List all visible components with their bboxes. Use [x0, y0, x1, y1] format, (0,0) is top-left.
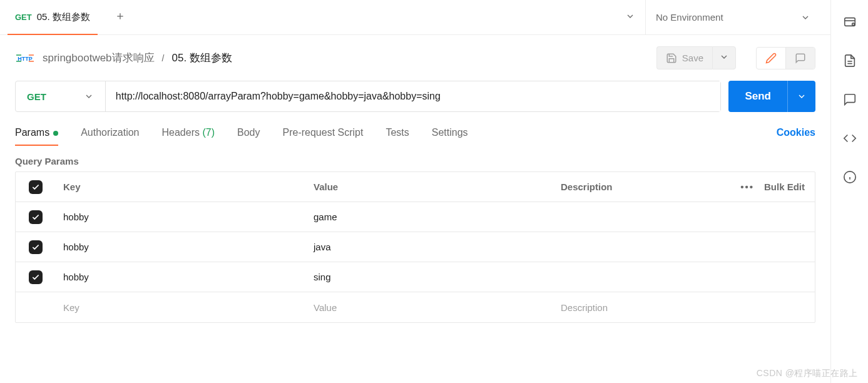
- send-button[interactable]: Send: [728, 81, 815, 112]
- svg-text:HTTP: HTTP: [18, 56, 33, 62]
- edit-button[interactable]: [757, 48, 785, 69]
- tab-settings[interactable]: Settings: [432, 127, 468, 146]
- svg-point-5: [852, 23, 854, 26]
- table-row: hobby sing: [16, 262, 815, 292]
- breadcrumb: HTTP springbootweb请求响应 / 05. 数组参数 Save: [0, 35, 830, 81]
- comment-icon: [795, 53, 806, 64]
- cookies-link[interactable]: Cookies: [777, 127, 815, 146]
- tab-method: GET: [15, 13, 32, 22]
- more-icon[interactable]: •••: [740, 181, 754, 192]
- select-all-checkbox[interactable]: [29, 180, 43, 194]
- query-params-title: Query Params: [0, 146, 830, 171]
- tab-prerequest[interactable]: Pre-request Script: [282, 127, 363, 146]
- send-dropdown[interactable]: [787, 81, 815, 112]
- tabs-chevron-down-icon[interactable]: [625, 11, 635, 23]
- col-value: Value: [306, 181, 553, 192]
- bulk-edit-link[interactable]: Bulk Edit: [764, 181, 805, 192]
- environment-label: No Environment: [656, 12, 723, 23]
- param-key[interactable]: hobby: [56, 272, 306, 282]
- save-label: Save: [682, 53, 703, 63]
- environment-quicklook-icon[interactable]: [843, 15, 857, 29]
- save-icon: [666, 53, 677, 64]
- watermark: CSDN @程序喵正在路上: [757, 368, 858, 379]
- add-tab-button[interactable]: [105, 11, 135, 23]
- table-row: hobby java: [16, 232, 815, 262]
- col-key: Key: [56, 181, 306, 192]
- svg-rect-3: [844, 18, 855, 26]
- row-checkbox[interactable]: [29, 240, 43, 254]
- table-header-row: Key Value Description ••• Bulk Edit: [16, 172, 815, 202]
- tab-tests[interactable]: Tests: [385, 127, 409, 146]
- comment-button[interactable]: [785, 48, 815, 69]
- right-sidebar: [830, 0, 868, 383]
- request-tab[interactable]: GET 05. 数组参数: [0, 0, 105, 34]
- param-key[interactable]: hobby: [56, 212, 306, 222]
- new-desc-input[interactable]: Description: [553, 302, 727, 313]
- params-table: Key Value Description ••• Bulk Edit hobb…: [15, 171, 815, 323]
- param-value[interactable]: game: [306, 212, 553, 222]
- tab-body[interactable]: Body: [237, 127, 260, 146]
- col-description: Description: [553, 181, 727, 192]
- environment-select[interactable]: No Environment: [645, 0, 820, 34]
- save-dropdown[interactable]: [712, 46, 736, 69]
- row-checkbox[interactable]: [29, 270, 43, 284]
- url-input[interactable]: [106, 81, 721, 111]
- save-button[interactable]: Save: [656, 46, 712, 69]
- headers-count: (7): [202, 127, 215, 138]
- http-icon: HTTP: [15, 51, 35, 65]
- method-select[interactable]: GET: [16, 81, 106, 111]
- comments-icon[interactable]: [843, 93, 857, 106]
- params-indicator-dot: [53, 131, 58, 136]
- tab-authorization[interactable]: Authorization: [81, 127, 139, 146]
- tab-headers[interactable]: Headers (7): [162, 127, 215, 146]
- tab-title: 05. 数组参数: [37, 11, 90, 23]
- new-value-input[interactable]: Value: [306, 302, 553, 313]
- param-key[interactable]: hobby: [56, 242, 306, 252]
- chevron-down-icon: [84, 91, 94, 101]
- tabs-bar: GET 05. 数组参数 No Environment: [0, 0, 830, 35]
- param-value[interactable]: sing: [306, 272, 553, 282]
- info-icon[interactable]: [843, 170, 857, 184]
- tab-params[interactable]: Params: [15, 127, 58, 146]
- pencil-icon: [765, 53, 777, 64]
- breadcrumb-separator: /: [162, 53, 165, 63]
- breadcrumb-current: 05. 数组参数: [171, 51, 232, 65]
- table-new-row: Key Value Description: [16, 292, 815, 322]
- documentation-icon[interactable]: [843, 54, 857, 68]
- method-label: GET: [27, 91, 46, 102]
- send-label: Send: [728, 90, 787, 103]
- new-key-input[interactable]: Key: [56, 302, 306, 313]
- code-icon[interactable]: [843, 131, 857, 145]
- breadcrumb-collection[interactable]: springbootweb请求响应: [43, 51, 155, 65]
- row-checkbox[interactable]: [29, 210, 43, 224]
- table-row: hobby game: [16, 202, 815, 232]
- param-value[interactable]: java: [306, 242, 553, 252]
